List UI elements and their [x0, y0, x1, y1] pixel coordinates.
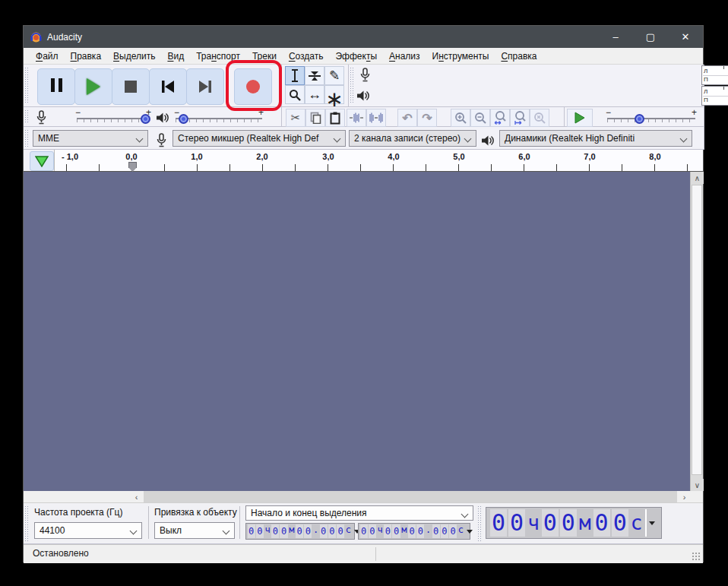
time-digit[interactable]: 0	[296, 524, 303, 538]
timeline-ruler[interactable]: - 1,00,01,02,03,04,05,06,07,08,0	[54, 150, 703, 171]
playback-meter[interactable]: Л П -54 -48 -42 -36 -30 -24 -18 -12 -6 0	[701, 86, 728, 106]
time-digit[interactable]: 0	[416, 524, 424, 538]
time-digit[interactable]: 0	[449, 524, 457, 538]
record-meter-mic-icon[interactable]	[356, 65, 373, 84]
time-digit[interactable]: 0	[392, 524, 400, 538]
scroll-up-button[interactable]: ∧	[691, 172, 704, 184]
time-digit[interactable]: 0	[612, 509, 628, 537]
time-digit[interactable]: 0	[337, 524, 344, 538]
time-digit[interactable]: 0	[369, 524, 376, 538]
menu-tools[interactable]: Инструменты	[426, 49, 495, 63]
pause-button[interactable]	[37, 68, 75, 105]
zoom-in-button[interactable]	[451, 109, 470, 127]
dropdown-wedge-icon[interactable]	[467, 530, 473, 534]
project-rate-select[interactable]: 44100	[34, 522, 142, 539]
toolbar-gripper[interactable]	[24, 67, 28, 104]
multi-tool-button[interactable]: ∗	[324, 85, 344, 104]
time-digit[interactable]: 0	[432, 524, 440, 538]
toolbar-gripper[interactable]	[350, 67, 353, 104]
time-digit[interactable]: с	[345, 524, 352, 538]
scroll-down-button[interactable]: ∨	[691, 479, 704, 491]
playback-volume-slider[interactable]: − +	[176, 109, 262, 123]
toolbar-gripper[interactable]	[477, 505, 481, 541]
menu-edit[interactable]: Правка	[65, 49, 108, 63]
playback-volume-thumb[interactable]	[179, 114, 188, 124]
menu-effect[interactable]: Эффекты	[329, 49, 383, 63]
resize-grip[interactable]	[692, 552, 701, 561]
recording-channels-select[interactable]: 2 канала записи (стерео)	[349, 130, 476, 147]
time-digit[interactable]: ч	[526, 512, 541, 534]
time-digit[interactable]: 0	[384, 524, 391, 538]
dropdown-wedge-icon[interactable]	[649, 521, 655, 525]
minimize-button[interactable]: –	[598, 26, 633, 48]
time-digit[interactable]: ч	[264, 524, 271, 538]
selection-mode-select[interactable]: Начало и конец выделения	[245, 505, 473, 521]
time-digit[interactable]: 0	[542, 509, 559, 537]
zoom-tool-button[interactable]	[285, 85, 305, 104]
time-digit[interactable]: 0	[248, 524, 255, 538]
skip-to-start-button[interactable]	[149, 68, 187, 105]
trim-audio-button[interactable]	[347, 109, 366, 127]
selection-start-time-field[interactable]: 00ч00м00.000с	[245, 523, 355, 540]
menu-select[interactable]: Выделить	[107, 49, 161, 63]
time-digit[interactable]: ч	[376, 524, 383, 538]
recording-device-select[interactable]: Стерео микшер (Realtek High Def	[173, 130, 346, 147]
scroll-right-button[interactable]: ›	[678, 491, 691, 502]
time-digit[interactable]: 0	[280, 524, 287, 538]
selection-end-time-field[interactable]: 00ч00м00.000с	[358, 523, 470, 540]
toolbar-gripper[interactable]	[24, 129, 28, 147]
time-digit[interactable]: с	[629, 512, 644, 534]
time-digit[interactable]: 0	[441, 524, 448, 538]
zoom-toggle-button[interactable]	[530, 109, 549, 127]
menu-analyze[interactable]: Анализ	[383, 49, 426, 63]
time-digit[interactable]: 0	[360, 524, 368, 538]
time-digit[interactable]: м	[400, 524, 407, 538]
time-digit[interactable]: 0	[320, 524, 328, 538]
selection-tool-button[interactable]	[285, 66, 305, 85]
time-digit[interactable]: 0	[508, 509, 525, 537]
time-digit[interactable]: 0	[490, 509, 507, 537]
close-button[interactable]: ✕	[668, 26, 703, 48]
toolbar-gripper[interactable]	[24, 109, 28, 124]
menu-file[interactable]: Файл	[30, 49, 65, 63]
audio-position-display[interactable]: 00ч00м00с	[486, 507, 662, 539]
time-digit[interactable]: 0	[271, 524, 279, 538]
menu-view[interactable]: Вид	[161, 49, 190, 63]
redo-button[interactable]: ↷	[417, 109, 437, 127]
time-digit[interactable]: с	[457, 524, 464, 538]
time-digit[interactable]: 0	[256, 524, 264, 538]
envelope-tool-button[interactable]	[305, 66, 324, 85]
audio-host-select[interactable]: MME	[33, 130, 148, 147]
time-digit[interactable]: м	[578, 512, 593, 534]
snap-to-select[interactable]: Выкл	[154, 522, 235, 539]
track-area[interactable]: ∧ ∨	[24, 172, 703, 491]
time-shift-tool-button[interactable]: ↔	[305, 85, 324, 104]
copy-button[interactable]	[305, 109, 325, 127]
time-digit[interactable]: .	[425, 524, 432, 538]
recording-volume-thumb[interactable]	[141, 114, 150, 124]
stop-button[interactable]	[112, 68, 150, 105]
zoom-selection-button[interactable]	[490, 109, 510, 127]
paste-button[interactable]	[325, 109, 345, 127]
play-button[interactable]	[74, 68, 112, 105]
playback-device-select[interactable]: Динамики (Realtek High Definiti	[499, 130, 692, 147]
vertical-scrollbar-thumb[interactable]	[692, 185, 702, 475]
time-digit[interactable]: 0	[560, 509, 577, 537]
menu-help[interactable]: Справка	[495, 49, 543, 63]
silence-audio-button[interactable]	[366, 109, 386, 127]
time-digit[interactable]: 0	[304, 524, 312, 538]
maximize-button[interactable]: ▢	[633, 26, 668, 48]
draw-tool-button[interactable]: ✎	[324, 66, 344, 85]
zoom-fit-button[interactable]	[510, 109, 530, 127]
time-digit[interactable]: .	[312, 524, 319, 538]
skip-to-end-button[interactable]	[186, 68, 224, 105]
scroll-left-button[interactable]: ‹	[130, 491, 143, 502]
undo-button[interactable]: ↶	[397, 109, 417, 127]
recording-volume-slider[interactable]: − +	[77, 109, 150, 123]
play-speed-slider[interactable]: − +	[607, 109, 695, 123]
recording-meter[interactable]: Л П -54 -48 -12 -6 0 Щёлкните, чтобы нач…	[701, 65, 728, 85]
menu-generate[interactable]: Создать	[283, 49, 330, 63]
cut-button[interactable]: ✂	[286, 109, 305, 127]
horizontal-scrollbar-track[interactable]	[144, 491, 677, 502]
play-speed-thumb[interactable]	[635, 114, 644, 124]
